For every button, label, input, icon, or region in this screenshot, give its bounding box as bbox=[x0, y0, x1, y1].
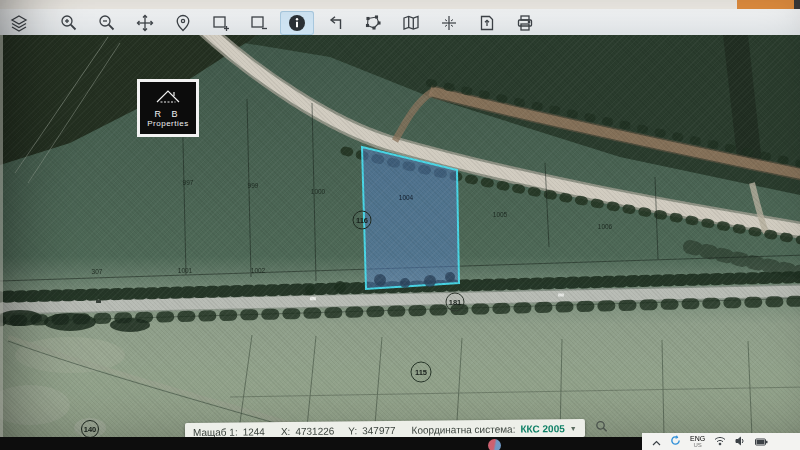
crs-label: Координатна система: bbox=[412, 423, 516, 435]
house-icon bbox=[155, 88, 181, 108]
tree bbox=[334, 281, 346, 293]
print-button[interactable] bbox=[508, 11, 542, 35]
language-region: US bbox=[690, 442, 705, 449]
corner-arrow-icon bbox=[325, 13, 345, 33]
tray-expand-button[interactable] bbox=[652, 434, 661, 449]
zoom-in-icon bbox=[59, 13, 79, 33]
export-button[interactable] bbox=[470, 11, 504, 35]
chevron-up-icon bbox=[652, 434, 661, 449]
rect-minus-icon bbox=[249, 13, 269, 33]
svg-text:997: 997 bbox=[183, 179, 194, 186]
scale-value: 1244 bbox=[243, 426, 265, 437]
language-code: ENG bbox=[690, 435, 705, 442]
printer-icon bbox=[515, 13, 535, 33]
zoom-out-icon bbox=[97, 13, 117, 33]
rect-plus-icon bbox=[211, 13, 231, 33]
taskbar-app-icon[interactable] bbox=[488, 439, 501, 450]
zoom-window-button[interactable] bbox=[204, 11, 238, 35]
overview-map-button[interactable] bbox=[394, 11, 428, 35]
tree-clump bbox=[110, 318, 150, 332]
snap-button[interactable] bbox=[432, 11, 466, 35]
svg-text:116: 116 bbox=[356, 216, 368, 225]
language-indicator[interactable]: ENG US bbox=[690, 435, 705, 449]
map-icon bbox=[401, 13, 421, 33]
battery-icon bbox=[755, 434, 768, 449]
wifi-icon bbox=[714, 434, 726, 449]
svg-text:1006: 1006 bbox=[598, 223, 613, 230]
sync-icon bbox=[670, 434, 681, 449]
crs-dropdown-caret[interactable]: ▼ bbox=[570, 424, 577, 431]
crs-value[interactable]: ККС 2005 bbox=[520, 423, 564, 434]
svg-text:999: 999 bbox=[248, 182, 259, 189]
windows-taskbar: ENG US bbox=[642, 433, 800, 450]
y-label: Y: bbox=[348, 425, 357, 436]
pan-button[interactable] bbox=[128, 11, 162, 35]
identify-button[interactable] bbox=[280, 11, 314, 35]
screen-edge bbox=[0, 35, 3, 437]
y-coordinate: 347977 bbox=[362, 424, 395, 435]
screen: 1004 116 181 115 140 997 999 1000 307 10… bbox=[0, 0, 800, 450]
search-icon bbox=[595, 420, 608, 436]
search-button[interactable] bbox=[595, 420, 608, 436]
monitor-top-strip bbox=[0, 0, 800, 9]
svg-text:115: 115 bbox=[415, 368, 427, 377]
zoom-out-button[interactable] bbox=[90, 11, 124, 35]
svg-text:1002: 1002 bbox=[251, 267, 266, 274]
tree-clump bbox=[44, 313, 96, 331]
svg-text:1001: 1001 bbox=[178, 267, 193, 274]
info-icon bbox=[287, 13, 307, 33]
vehicle bbox=[96, 300, 101, 303]
rb-properties-logo: R B Properties bbox=[137, 79, 199, 137]
speaker-icon bbox=[735, 434, 746, 449]
orange-accent-tab bbox=[737, 0, 794, 9]
sync-tray-button[interactable] bbox=[670, 434, 681, 449]
zoom-out-window-button[interactable] bbox=[242, 11, 276, 35]
svg-text:307: 307 bbox=[92, 268, 103, 275]
scale-label: Мащаб 1: bbox=[193, 426, 238, 437]
layers-button[interactable] bbox=[2, 11, 36, 35]
x-label: X: bbox=[281, 425, 291, 436]
svg-text:140: 140 bbox=[84, 425, 97, 434]
tree bbox=[305, 285, 315, 295]
selected-parcel[interactable] bbox=[362, 147, 459, 289]
svg-text:1005: 1005 bbox=[493, 211, 508, 218]
zoom-in-button[interactable] bbox=[52, 11, 86, 35]
location-pin-icon bbox=[173, 13, 193, 33]
logo-title: R B bbox=[154, 109, 181, 119]
map-toolbar bbox=[0, 9, 800, 37]
logo-subtitle: Properties bbox=[147, 119, 188, 128]
export-page-icon bbox=[477, 13, 497, 33]
photo-corner bbox=[794, 0, 800, 9]
layers-icon bbox=[9, 13, 29, 33]
vehicle bbox=[558, 294, 564, 297]
pan-icon bbox=[135, 13, 155, 33]
vehicle bbox=[310, 297, 316, 300]
svg-text:1000: 1000 bbox=[311, 188, 326, 195]
wifi-tray-button[interactable] bbox=[714, 434, 726, 449]
select-polygon-button[interactable] bbox=[356, 11, 390, 35]
tree-clump bbox=[0, 310, 42, 326]
previous-extent-button[interactable] bbox=[318, 11, 352, 35]
crosshair-icon bbox=[439, 13, 459, 33]
svg-text:181: 181 bbox=[449, 298, 462, 307]
locate-button[interactable] bbox=[166, 11, 200, 35]
map-canvas[interactable]: 1004 116 181 115 140 997 999 1000 307 10… bbox=[0, 35, 800, 437]
volume-tray-button[interactable] bbox=[735, 434, 746, 449]
aerial-imagery: 1004 116 181 115 140 997 999 1000 307 10… bbox=[0, 35, 800, 437]
x-coordinate: 4731226 bbox=[295, 425, 334, 436]
parcel-number-selected: 1004 bbox=[399, 194, 414, 201]
polygon-icon bbox=[363, 13, 383, 33]
battery-tray-button[interactable] bbox=[755, 434, 768, 449]
